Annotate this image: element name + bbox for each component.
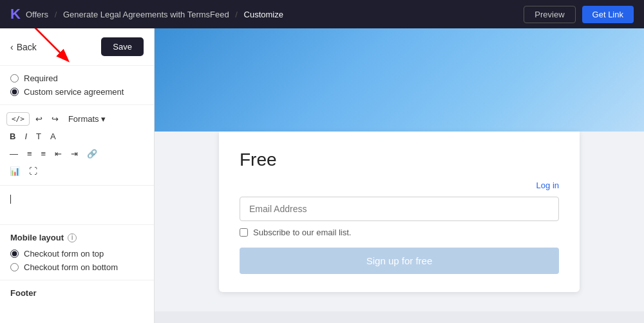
breadcrumb-agreements[interactable]: Generate Legal Agreements with TermsFeed (63, 10, 229, 19)
hero-banner (155, 28, 644, 132)
sidebar: ‹ Back Save Required Custom service agre… (0, 28, 155, 323)
content-area: Free Log in Subscribe to our email list.… (155, 28, 644, 323)
log-in-link[interactable]: Log in (240, 181, 559, 190)
checkout-top-radio[interactable] (10, 250, 19, 258)
code-button[interactable]: </> (6, 112, 30, 126)
toolbar-row-4: 📊 ⛶ (6, 164, 147, 179)
form-card: Free Log in Subscribe to our email list.… (219, 132, 580, 292)
top-navigation: K Offers / Generate Legal Agreements wit… (0, 0, 644, 28)
indent-decrease-button[interactable]: ⇤ (52, 146, 65, 161)
chevron-left-icon: ‹ (10, 42, 14, 52)
breadcrumb-customize: Customize (244, 10, 283, 19)
save-button[interactable]: Save (101, 37, 144, 56)
breadcrumb-offers[interactable]: Offers (26, 10, 48, 19)
toolbar-row-3: — ≡ ≡ ⇤ ⇥ 🔗 (6, 146, 147, 161)
checkout-bottom-label: Checkout form on bottom (24, 262, 118, 272)
nav-right: Preview Get Link (524, 6, 634, 23)
breadcrumb-sep1: / (55, 10, 57, 19)
custom-label: Custom service agreement (24, 87, 124, 97)
plan-title: Free (240, 150, 559, 170)
required-option[interactable]: Required (10, 73, 144, 83)
formats-button[interactable]: Formats ▾ (64, 112, 109, 126)
unordered-list-button[interactable]: ≡ (24, 146, 35, 161)
formats-chevron-icon: ▾ (101, 114, 106, 124)
link-button[interactable]: 🔗 (84, 146, 100, 161)
checkout-bottom-radio[interactable] (10, 263, 19, 271)
ordered-list-button[interactable]: ≡ (38, 146, 50, 161)
expand-button[interactable]: ⛶ (26, 164, 41, 179)
required-label: Required (24, 73, 58, 83)
indent-increase-button[interactable]: ⇥ (68, 146, 81, 161)
bold-button[interactable]: B (6, 129, 19, 144)
heading-button[interactable]: T (33, 129, 44, 144)
agreement-options: Required Custom service agreement (0, 66, 154, 105)
breadcrumb-sep2: / (235, 10, 238, 19)
subscribe-row: Subscribe to our email list. (240, 228, 559, 237)
back-label: Back (17, 42, 37, 52)
editor-cursor (10, 195, 11, 204)
redo-button[interactable]: ↪ (48, 112, 62, 126)
undo-button[interactable]: ↩ (32, 112, 46, 126)
sidebar-header: ‹ Back Save (0, 28, 154, 66)
color-button[interactable]: A (47, 129, 59, 144)
mobile-layout-title: Mobile layout i (10, 233, 144, 242)
info-icon[interactable]: i (68, 233, 77, 242)
italic-button[interactable]: I (21, 129, 30, 144)
footer-section: Footer (0, 280, 154, 312)
main-layout: ‹ Back Save Required Custom service agre… (0, 28, 644, 323)
mobile-layout-section: Mobile layout i Checkout form on top Che… (0, 224, 154, 280)
checkout-bottom-option[interactable]: Checkout form on bottom (10, 262, 144, 272)
toolbar-row-2: B I T A (6, 129, 147, 144)
editor-content[interactable] (0, 186, 154, 224)
mobile-layout-label: Mobile layout (10, 233, 64, 242)
custom-option[interactable]: Custom service agreement (10, 87, 144, 97)
checkout-top-label: Checkout form on top (24, 249, 104, 259)
preview-button[interactable]: Preview (524, 6, 575, 23)
toolbar-row-1: </> ↩ ↪ Formats ▾ (6, 112, 147, 126)
custom-radio[interactable] (10, 88, 19, 96)
back-button[interactable]: ‹ Back (10, 42, 37, 52)
signup-button[interactable]: Sign up for free (240, 248, 559, 274)
chart-button[interactable]: 📊 (6, 164, 23, 179)
get-link-button[interactable]: Get Link (582, 6, 634, 23)
subscribe-checkbox[interactable] (240, 228, 248, 237)
formats-label: Formats (68, 114, 99, 124)
breadcrumb: Offers / Generate Legal Agreements with … (26, 10, 283, 19)
hr-button[interactable]: — (6, 146, 21, 161)
checkout-top-option[interactable]: Checkout form on top (10, 249, 144, 259)
footer-title: Footer (10, 288, 144, 298)
editor-toolbar: </> ↩ ↪ Formats ▾ B I T A — ≡ ≡ ⇤ ⇥ 🔗 (0, 105, 154, 186)
subscribe-label: Subscribe to our email list. (253, 228, 351, 237)
nav-left: K Offers / Generate Legal Agreements wit… (10, 6, 283, 23)
app-logo: K (10, 6, 21, 23)
required-radio[interactable] (10, 74, 19, 83)
email-input[interactable] (240, 197, 559, 221)
